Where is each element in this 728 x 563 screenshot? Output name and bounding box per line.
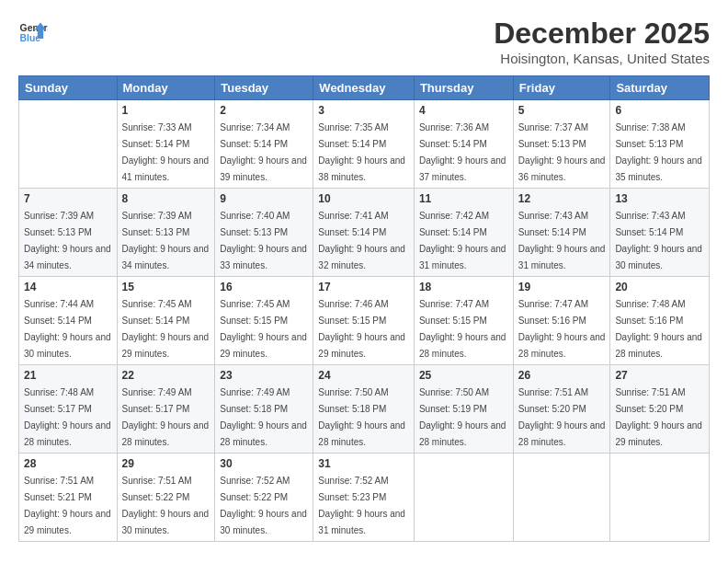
day-info: Sunrise: 7:48 AMSunset: 5:17 PMDaylight:… <box>24 387 111 447</box>
day-info: Sunrise: 7:43 AMSunset: 5:14 PMDaylight:… <box>615 211 702 270</box>
table-row: 12 Sunrise: 7:43 AMSunset: 5:14 PMDaylig… <box>513 189 610 277</box>
table-row: 6 Sunrise: 7:38 AMSunset: 5:13 PMDayligh… <box>610 100 710 189</box>
day-number: 15 <box>122 281 210 293</box>
day-info: Sunrise: 7:39 AMSunset: 5:13 PMDaylight:… <box>24 211 111 270</box>
day-number: 10 <box>318 192 409 205</box>
day-number: 4 <box>419 104 508 117</box>
table-row <box>19 100 118 189</box>
day-info: Sunrise: 7:41 AMSunset: 5:14 PMDaylight:… <box>318 211 405 270</box>
day-info: Sunrise: 7:49 AMSunset: 5:18 PMDaylight:… <box>220 387 307 447</box>
col-wednesday: Wednesday <box>313 76 415 100</box>
header: General Blue December 2025 Hoisington, K… <box>18 17 710 66</box>
day-number: 12 <box>518 192 606 205</box>
month-title: December 2025 <box>494 17 710 51</box>
day-info: Sunrise: 7:37 AMSunset: 5:13 PMDaylight:… <box>518 122 606 182</box>
title-block: December 2025 Hoisington, Kansas, United… <box>494 17 710 66</box>
day-info: Sunrise: 7:51 AMSunset: 5:20 PMDaylight:… <box>615 387 702 447</box>
col-tuesday: Tuesday <box>215 76 313 100</box>
table-row: 1 Sunrise: 7:33 AMSunset: 5:14 PMDayligh… <box>117 100 215 189</box>
day-number: 5 <box>518 104 606 117</box>
day-info: Sunrise: 7:51 AMSunset: 5:22 PMDaylight:… <box>122 476 210 535</box>
table-row <box>513 454 610 542</box>
location: Hoisington, Kansas, United States <box>494 51 710 66</box>
day-info: Sunrise: 7:49 AMSunset: 5:17 PMDaylight:… <box>122 387 210 447</box>
day-info: Sunrise: 7:35 AMSunset: 5:14 PMDaylight:… <box>318 122 405 182</box>
table-row: 27 Sunrise: 7:51 AMSunset: 5:20 PMDaylig… <box>610 365 710 454</box>
day-info: Sunrise: 7:42 AMSunset: 5:14 PMDaylight:… <box>419 211 506 270</box>
day-info: Sunrise: 7:52 AMSunset: 5:22 PMDaylight:… <box>220 476 307 535</box>
table-row <box>610 454 710 542</box>
calendar-header-row: Sunday Monday Tuesday Wednesday Thursday… <box>19 76 710 100</box>
day-info: Sunrise: 7:47 AMSunset: 5:16 PMDaylight:… <box>518 299 606 359</box>
day-number: 2 <box>220 104 308 117</box>
col-saturday: Saturday <box>610 76 710 100</box>
day-info: Sunrise: 7:43 AMSunset: 5:14 PMDaylight:… <box>518 211 606 270</box>
day-info: Sunrise: 7:44 AMSunset: 5:14 PMDaylight:… <box>24 299 111 359</box>
table-row: 9 Sunrise: 7:40 AMSunset: 5:13 PMDayligh… <box>215 189 313 277</box>
day-number: 1 <box>122 104 210 117</box>
day-number: 30 <box>220 457 308 470</box>
day-number: 8 <box>122 192 210 205</box>
day-info: Sunrise: 7:36 AMSunset: 5:14 PMDaylight:… <box>419 122 506 182</box>
day-number: 28 <box>24 457 112 470</box>
day-info: Sunrise: 7:39 AMSunset: 5:13 PMDaylight:… <box>122 211 210 270</box>
table-row: 28 Sunrise: 7:51 AMSunset: 5:21 PMDaylig… <box>19 454 118 542</box>
table-row: 22 Sunrise: 7:49 AMSunset: 5:17 PMDaylig… <box>117 365 215 454</box>
day-number: 22 <box>122 369 210 382</box>
logo: General Blue <box>18 17 51 46</box>
day-number: 25 <box>419 369 508 382</box>
day-number: 19 <box>518 281 606 293</box>
day-number: 11 <box>419 192 508 205</box>
day-number: 24 <box>318 369 409 382</box>
day-number: 18 <box>419 281 508 293</box>
calendar-week-row: 28 Sunrise: 7:51 AMSunset: 5:21 PMDaylig… <box>19 454 710 542</box>
table-row: 20 Sunrise: 7:48 AMSunset: 5:16 PMDaylig… <box>610 277 710 365</box>
day-number: 7 <box>24 192 112 205</box>
day-number: 26 <box>518 369 606 382</box>
day-info: Sunrise: 7:50 AMSunset: 5:19 PMDaylight:… <box>419 387 506 447</box>
table-row <box>414 454 513 542</box>
calendar-week-row: 14 Sunrise: 7:44 AMSunset: 5:14 PMDaylig… <box>19 277 710 365</box>
day-number: 14 <box>24 281 112 293</box>
table-row: 29 Sunrise: 7:51 AMSunset: 5:22 PMDaylig… <box>117 454 215 542</box>
logo-icon: General Blue <box>18 17 48 46</box>
day-info: Sunrise: 7:33 AMSunset: 5:14 PMDaylight:… <box>122 122 210 182</box>
day-info: Sunrise: 7:45 AMSunset: 5:15 PMDaylight:… <box>220 299 307 359</box>
day-info: Sunrise: 7:34 AMSunset: 5:14 PMDaylight:… <box>220 122 307 182</box>
table-row: 13 Sunrise: 7:43 AMSunset: 5:14 PMDaylig… <box>610 189 710 277</box>
table-row: 26 Sunrise: 7:51 AMSunset: 5:20 PMDaylig… <box>513 365 610 454</box>
col-sunday: Sunday <box>19 76 118 100</box>
table-row: 4 Sunrise: 7:36 AMSunset: 5:14 PMDayligh… <box>414 100 513 189</box>
table-row: 31 Sunrise: 7:52 AMSunset: 5:23 PMDaylig… <box>313 454 415 542</box>
calendar-week-row: 1 Sunrise: 7:33 AMSunset: 5:14 PMDayligh… <box>19 100 710 189</box>
day-info: Sunrise: 7:45 AMSunset: 5:14 PMDaylight:… <box>122 299 210 359</box>
col-friday: Friday <box>513 76 610 100</box>
day-number: 31 <box>318 457 409 470</box>
day-info: Sunrise: 7:51 AMSunset: 5:20 PMDaylight:… <box>518 387 606 447</box>
calendar: Sunday Monday Tuesday Wednesday Thursday… <box>18 75 710 542</box>
table-row: 7 Sunrise: 7:39 AMSunset: 5:13 PMDayligh… <box>19 189 118 277</box>
col-thursday: Thursday <box>414 76 513 100</box>
table-row: 30 Sunrise: 7:52 AMSunset: 5:22 PMDaylig… <box>215 454 313 542</box>
day-number: 9 <box>220 192 308 205</box>
day-number: 20 <box>615 281 704 293</box>
table-row: 11 Sunrise: 7:42 AMSunset: 5:14 PMDaylig… <box>414 189 513 277</box>
table-row: 10 Sunrise: 7:41 AMSunset: 5:14 PMDaylig… <box>313 189 415 277</box>
table-row: 15 Sunrise: 7:45 AMSunset: 5:14 PMDaylig… <box>117 277 215 365</box>
table-row: 16 Sunrise: 7:45 AMSunset: 5:15 PMDaylig… <box>215 277 313 365</box>
day-number: 23 <box>220 369 308 382</box>
day-info: Sunrise: 7:47 AMSunset: 5:15 PMDaylight:… <box>419 299 506 359</box>
day-info: Sunrise: 7:51 AMSunset: 5:21 PMDaylight:… <box>24 476 111 535</box>
day-number: 21 <box>24 369 112 382</box>
table-row: 14 Sunrise: 7:44 AMSunset: 5:14 PMDaylig… <box>19 277 118 365</box>
table-row: 21 Sunrise: 7:48 AMSunset: 5:17 PMDaylig… <box>19 365 118 454</box>
table-row: 25 Sunrise: 7:50 AMSunset: 5:19 PMDaylig… <box>414 365 513 454</box>
day-number: 13 <box>615 192 704 205</box>
table-row: 2 Sunrise: 7:34 AMSunset: 5:14 PMDayligh… <box>215 100 313 189</box>
day-number: 17 <box>318 281 409 293</box>
day-info: Sunrise: 7:38 AMSunset: 5:13 PMDaylight:… <box>615 122 702 182</box>
day-number: 6 <box>615 104 704 117</box>
calendar-week-row: 7 Sunrise: 7:39 AMSunset: 5:13 PMDayligh… <box>19 189 710 277</box>
table-row: 18 Sunrise: 7:47 AMSunset: 5:15 PMDaylig… <box>414 277 513 365</box>
day-info: Sunrise: 7:52 AMSunset: 5:23 PMDaylight:… <box>318 476 405 535</box>
